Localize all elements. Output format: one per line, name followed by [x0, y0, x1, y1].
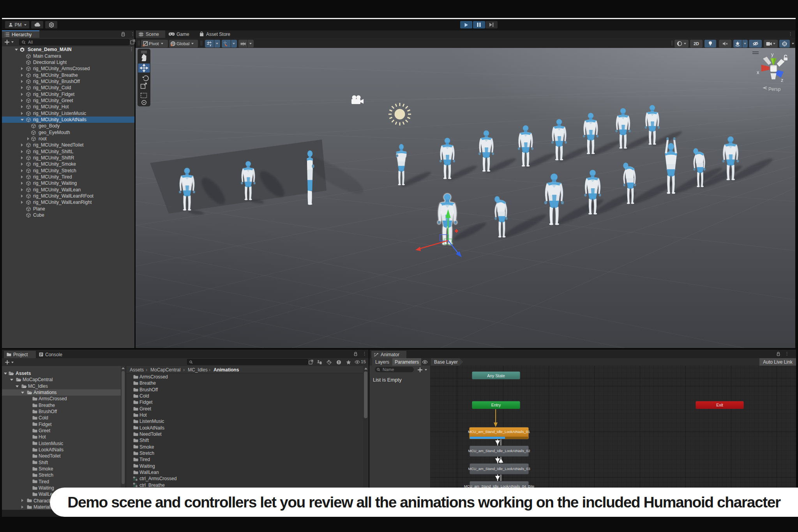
svg-text:Entry: Entry [491, 403, 501, 407]
svg-text:Exit: Exit [716, 403, 723, 407]
svg-text:Any State: Any State [487, 373, 505, 378]
svg-text:Y: Y [210, 43, 212, 47]
svg-text:MCU_am_Stand_Idle_LookAtNails_: MCU_am_Stand_Idle_LookAtNails_01 [468, 430, 530, 434]
svg-text:Persp: Persp [768, 87, 781, 92]
svg-text:MCU_am_Stand_Idle_LookAtNails_: MCU_am_Stand_Idle_LookAtNails_02 [468, 449, 530, 453]
svg-text:x: x [757, 69, 759, 75]
svg-text:z: z [781, 77, 784, 83]
svg-text:y: y [771, 51, 774, 57]
svg-text:MCU_am_Stand_Idle_LookAtNails_: MCU_am_Stand_Idle_LookAtNails_03 [468, 467, 530, 471]
